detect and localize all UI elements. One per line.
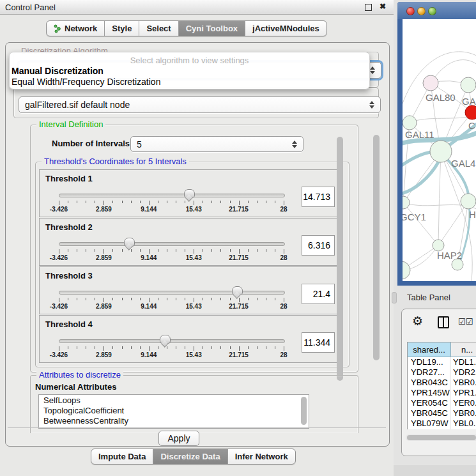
tab-label: Select xyxy=(146,24,171,33)
network-edge[interactable] xyxy=(403,203,438,245)
threshold-value-field[interactable]: 6.316 xyxy=(302,235,335,256)
GAL4-node[interactable] xyxy=(430,141,452,162)
node-label-hap2: HAP2 xyxy=(437,250,462,261)
tick-mark xyxy=(167,249,167,252)
selected-red-node[interactable] xyxy=(465,105,476,119)
close-traffic-light-icon[interactable] xyxy=(406,7,415,15)
splitter-grip[interactable] xyxy=(392,292,397,303)
tick-mark xyxy=(112,249,113,252)
attribute-item-topologicalcoefficient[interactable]: TopologicalCoefficient xyxy=(39,405,309,415)
close-icon[interactable]: ✖ xyxy=(380,2,386,11)
H-node[interactable] xyxy=(461,194,476,209)
table-row[interactable]: YPR145WYPR1... xyxy=(408,388,476,398)
tab-discretize-data[interactable]: Discretize Data xyxy=(153,449,227,464)
GAL80-node[interactable] xyxy=(423,75,438,91)
slider-track[interactable] xyxy=(59,291,285,295)
numerical-attributes-list[interactable]: SelfLoopsTopologicalCoefficientBetweenne… xyxy=(38,394,309,429)
inner-vertical-scrollbar[interactable] xyxy=(337,137,343,381)
tick-mark xyxy=(77,201,77,203)
network-canvas[interactable]: GAL80GACGAL11GAL4GCY1HHAP2 xyxy=(403,19,476,281)
tab-impute-data[interactable]: Impute Data xyxy=(91,449,153,464)
table-row[interactable]: YBR043CYBR0... xyxy=(408,378,476,388)
table-horizontal-scrollbar-track[interactable] xyxy=(406,434,476,441)
number-of-intervals-combobox[interactable]: 5 xyxy=(130,136,303,152)
tick-mark xyxy=(230,298,231,300)
checkboxes-icon[interactable]: ☑☑ xyxy=(458,317,473,326)
apply-button[interactable]: Apply xyxy=(158,431,199,446)
float-window-icon[interactable] xyxy=(365,4,372,11)
tick-label: 2.859 xyxy=(96,303,112,310)
table-row[interactable]: YDR27...YDR2... xyxy=(408,367,476,378)
threshold-value-field[interactable]: 14.713 xyxy=(302,187,335,207)
GAL11-node[interactable] xyxy=(403,116,417,130)
right-pane: GAL80GACGAL11GAL4GCY1HHAP2 Table Panel ⚙… xyxy=(394,0,476,476)
slider-track[interactable] xyxy=(59,194,285,197)
tick-mark xyxy=(95,298,95,300)
table-panel: ⚙ ☑☑ shared... n... YDL19...YDL1...YDR27… xyxy=(401,309,476,456)
slider-thumb[interactable] xyxy=(124,238,135,247)
tick-mark xyxy=(185,249,185,252)
tick-mark xyxy=(176,346,176,349)
tick-label: 28 xyxy=(280,303,287,310)
table-row[interactable]: YDL19...YDL1... xyxy=(408,357,476,367)
column-header-name[interactable]: n... xyxy=(451,342,476,357)
tick-mark xyxy=(77,298,77,300)
attribute-item-betweennesscentrality[interactable]: BetweennessCentrality xyxy=(39,415,309,426)
tick-mark xyxy=(59,298,59,302)
algorithm-dropdown-popup: Select algorithm to view settings Manual… xyxy=(9,52,370,89)
table-row[interactable]: YLR345WYLR3... xyxy=(408,429,476,429)
tick-mark xyxy=(211,346,212,349)
table-data-combobox[interactable]: galFiltered.sif default node xyxy=(19,96,381,113)
tab-select[interactable]: Select xyxy=(139,21,178,36)
gear-icon[interactable]: ⚙ xyxy=(412,315,423,327)
combo-stepper-icon xyxy=(292,141,297,148)
table-row[interactable]: YBL079WYBL0... xyxy=(408,418,476,429)
slider-thumb[interactable] xyxy=(232,286,243,295)
network-window-titlebar xyxy=(397,2,476,19)
tick-mark xyxy=(77,346,77,349)
table-row[interactable]: YER054CYER0... xyxy=(408,398,476,408)
split-columns-icon[interactable] xyxy=(438,316,449,328)
top-right-node[interactable] xyxy=(461,77,476,93)
tick-mark xyxy=(220,298,221,300)
threshold-value-field[interactable]: 11.344 xyxy=(302,332,335,353)
tick-label: 9.144 xyxy=(141,206,157,213)
zoom-traffic-light-icon[interactable] xyxy=(428,7,436,15)
slider-track[interactable] xyxy=(59,242,285,246)
node-label-c: C xyxy=(468,120,475,131)
dropdown-option-manual[interactable]: Manual Discretization xyxy=(12,66,104,76)
GCY1-node[interactable] xyxy=(403,196,410,209)
tick-mark xyxy=(122,249,123,252)
tick-mark xyxy=(167,298,167,300)
tick-label: 9.144 xyxy=(141,351,157,358)
tab-style[interactable]: Style xyxy=(105,21,139,36)
partial-node-bl[interactable] xyxy=(403,261,410,279)
tick-mark xyxy=(248,201,249,203)
attributes-list-scrollbar[interactable] xyxy=(301,397,307,425)
slider-ticks xyxy=(59,346,284,351)
dropdown-option-equal-width[interactable]: Equal Width/Frequency Discretization xyxy=(12,77,160,87)
tab-network[interactable]: Network xyxy=(47,21,105,36)
threshold-value-field[interactable]: 21.4 xyxy=(302,284,335,304)
network-edge[interactable] xyxy=(438,151,441,245)
tick-mark xyxy=(149,298,150,302)
tick-label: -3.426 xyxy=(50,206,68,213)
tick-mark xyxy=(257,249,257,252)
tick-mark xyxy=(194,298,194,302)
tick-mark xyxy=(176,249,176,252)
table-data-value: galFiltered.sif default node xyxy=(25,100,130,110)
attribute-item-selfloops[interactable]: SelfLoops xyxy=(39,395,309,405)
tab-jactivemnodules[interactable]: jActiveMNodules xyxy=(245,21,326,36)
table-row[interactable]: YBR045CYBR0... xyxy=(408,408,476,418)
slider-thumb[interactable] xyxy=(160,335,171,344)
slider-track[interactable] xyxy=(59,339,285,343)
tab-cyni-toolbox[interactable]: Cyni Toolbox xyxy=(179,21,245,36)
table-horizontal-scrollbar-thumb[interactable] xyxy=(407,435,476,440)
panel-vertical-scrollbar[interactable] xyxy=(373,135,380,360)
slider-thumb[interactable] xyxy=(184,189,195,198)
minimize-traffic-light-icon[interactable] xyxy=(417,7,426,15)
network-edge[interactable] xyxy=(438,201,468,245)
tab-infer-network[interactable]: Infer Network xyxy=(228,449,295,464)
node-label-gal80: GAL80 xyxy=(426,92,456,103)
column-header-shared-name[interactable]: shared... xyxy=(408,342,451,357)
